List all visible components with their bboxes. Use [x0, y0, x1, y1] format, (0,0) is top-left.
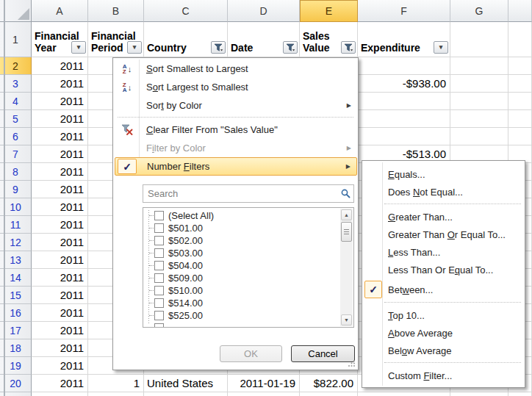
cell-A9[interactable]: 2011 [32, 181, 88, 198]
cell-A16[interactable]: 2011 [32, 304, 88, 322]
header-cell-E[interactable]: Sales Value [300, 22, 358, 57]
cell-A13[interactable]: 2011 [32, 251, 88, 269]
cell-H3[interactable] [508, 75, 532, 93]
cell-A12[interactable]: 2011 [32, 234, 88, 251]
filter-value-item[interactable]: (Select All) [143, 209, 328, 222]
cell-A2[interactable]: 2011 [32, 57, 88, 75]
filter-value-item[interactable]: $514.00 [143, 297, 328, 309]
cell-D20[interactable]: 2011-01-19 [228, 375, 300, 392]
scroll-up-button[interactable]: ▲ [341, 209, 352, 220]
header-cell-C[interactable]: Country [144, 22, 228, 57]
submenu-item-equals[interactable]: Equals... [364, 165, 525, 183]
search-icon[interactable] [341, 189, 351, 198]
cancel-button[interactable]: Cancel [291, 345, 355, 362]
cell-A3[interactable]: 2011 [32, 75, 88, 93]
cell-A17[interactable]: 2011 [32, 322, 88, 339]
cell-A20[interactable]: 2011 [32, 375, 88, 392]
filter-value-item-partial[interactable] [143, 322, 328, 328]
ok-button[interactable]: OK [220, 345, 282, 362]
scrollbar[interactable]: ▲ ▼ [340, 209, 353, 326]
cell-E20[interactable]: $822.00 [300, 375, 358, 392]
column-header-C[interactable]: C [144, 0, 228, 22]
scroll-down-button[interactable]: ▼ [341, 314, 352, 325]
cell-A8[interactable]: 2011 [32, 163, 88, 181]
cell-G5[interactable] [450, 110, 508, 128]
cell-H2[interactable] [508, 57, 532, 75]
header-cell-G[interactable] [450, 22, 508, 57]
cell-G3[interactable] [450, 75, 508, 93]
search-box[interactable] [143, 184, 354, 203]
value-checkbox[interactable] [154, 298, 164, 308]
cell-A11[interactable]: 2011 [32, 216, 88, 234]
menu-item-sort-smallest-to-largest[interactable]: AZ↓Sort Smallest to Largest [115, 60, 357, 78]
submenu-item-above-average[interactable]: Above Average [364, 324, 525, 342]
filter-dropdown-button-B[interactable]: ▾ [127, 41, 142, 54]
cell-F3[interactable]: -$938.00 [358, 75, 450, 93]
filter-value-item[interactable]: $503.00 [143, 247, 328, 259]
cell-H6[interactable] [508, 128, 532, 145]
cell-A7[interactable]: 2011 [32, 145, 88, 163]
menu-item-number-filters[interactable]: ✓Number Filters▶ [115, 157, 357, 176]
filter-dropdown-button-A[interactable]: ▾ [71, 41, 86, 54]
value-checkbox[interactable] [154, 261, 164, 270]
filter-value-item[interactable]: $501.00 [143, 222, 328, 234]
value-checkbox[interactable] [154, 286, 164, 295]
cell-C20[interactable]: United States [144, 375, 228, 392]
value-checkbox[interactable] [154, 273, 164, 283]
resize-grip[interactable] [348, 359, 356, 367]
cell-F6[interactable] [358, 128, 450, 145]
column-header-F[interactable]: F [358, 0, 450, 22]
filter-applied-button-C[interactable] [211, 41, 226, 54]
submenu-item-does-not-equal[interactable]: Does Not Equal... [364, 183, 525, 201]
value-checkbox[interactable] [154, 323, 164, 328]
value-checkbox[interactable] [154, 211, 164, 220]
submenu-item-top-10[interactable]: Top 10... [364, 306, 525, 324]
submenu-item-greater-than-or-equal-to[interactable]: Greater Than Or Equal To... [364, 226, 525, 243]
menu-item-clear-filter[interactable]: Clear Filter From "Sales Value" [115, 120, 357, 139]
cell-F2[interactable] [358, 57, 450, 75]
cell-G6[interactable] [450, 128, 508, 145]
cell-A6[interactable]: 2011 [32, 128, 88, 145]
value-checkbox[interactable] [154, 236, 164, 245]
cell-A5[interactable]: 2011 [32, 110, 88, 128]
cell-H4[interactable] [508, 93, 532, 110]
cell-A19[interactable]: 2011 [32, 357, 88, 375]
cell-A14[interactable]: 2011 [32, 269, 88, 287]
value-checkbox[interactable] [154, 223, 164, 233]
filter-value-item[interactable]: $509.00 [143, 272, 328, 284]
value-checkbox[interactable] [154, 248, 164, 258]
cell-F5[interactable] [358, 110, 450, 128]
cell-A18[interactable]: 2011 [32, 339, 88, 357]
header-cell-H[interactable] [508, 22, 532, 57]
column-header-partial[interactable] [508, 0, 532, 22]
header-cell-D[interactable]: Date [228, 22, 300, 57]
filter-applied-button-E[interactable] [341, 41, 356, 54]
menu-item-sort-by-color[interactable]: Sort by Color▶ [115, 96, 357, 115]
filter-applied-button-D[interactable] [283, 41, 298, 54]
value-checkbox[interactable] [154, 311, 164, 320]
cell-G2[interactable] [450, 57, 508, 75]
filter-value-item[interactable]: $504.00 [143, 259, 328, 272]
column-header-D[interactable]: D [228, 0, 300, 22]
column-header-G[interactable]: G [450, 0, 508, 22]
filter-value-item[interactable]: $502.00 [143, 234, 328, 247]
cell-F4[interactable] [358, 93, 450, 110]
submenu-item-less-than[interactable]: Less Than... [364, 243, 525, 261]
submenu-item-below-average[interactable]: Below Average [364, 342, 525, 359]
menu-item-sort-largest-to-smallest[interactable]: ZA↓Sort Largest to Smallest [115, 78, 357, 96]
cell-A10[interactable]: 2011 [32, 198, 88, 216]
cell-H5[interactable] [508, 110, 532, 128]
search-input[interactable] [146, 187, 334, 201]
column-header-A[interactable]: A [32, 0, 88, 22]
cell-A15[interactable]: 2011 [32, 287, 88, 304]
header-cell-B[interactable]: Financial Period▾ [88, 22, 144, 57]
cell-G4[interactable] [450, 93, 508, 110]
submenu-item-custom-filter[interactable]: Custom Filter... [364, 367, 525, 384]
submenu-item-less-than-or-equal-to[interactable]: Less Than Or Equal To... [364, 261, 525, 278]
scroll-thumb[interactable] [341, 222, 352, 242]
submenu-item-greater-than[interactable]: Greater Than... [364, 208, 525, 226]
menu-item-filter-by-color[interactable]: Filter by Color▶ [115, 139, 357, 157]
filter-value-item[interactable]: $525.00 [143, 309, 328, 322]
header-cell-A[interactable]: Financial Year▾ [32, 22, 88, 57]
submenu-item-between[interactable]: ✓Between... [364, 280, 525, 299]
